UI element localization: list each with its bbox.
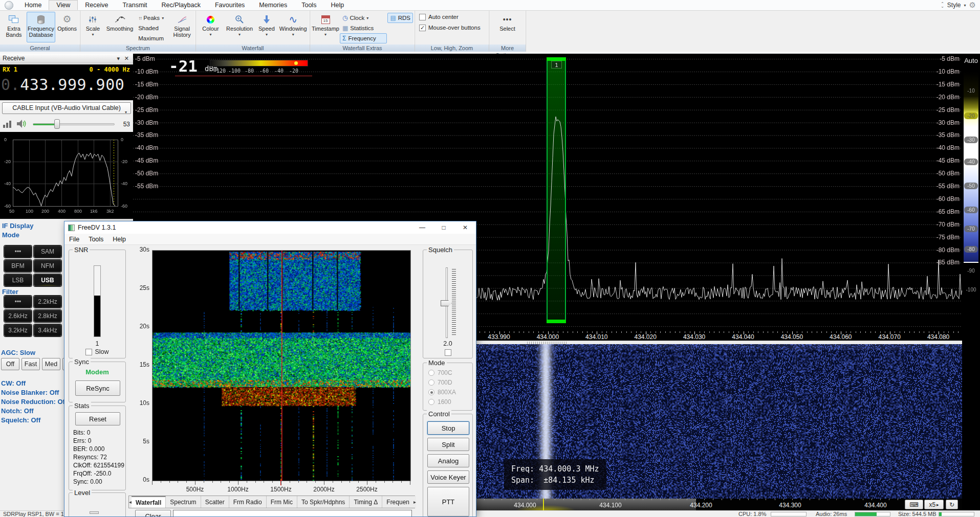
gauge-auto-label[interactable]: Auto <box>962 57 980 64</box>
text-output-field[interactable] <box>173 510 412 517</box>
ribbon-tab-transmit[interactable]: Transmit <box>115 0 154 10</box>
freedv-window[interactable]: FreeDV 1.3.1 — □ ✕ File Tools Help SNR 1… <box>64 221 476 517</box>
collapse-ribbon-icon[interactable]: ⌃⌄ <box>941 3 944 8</box>
close-icon[interactable]: ✕ <box>124 54 129 63</box>
filter-button-2-6[interactable]: 2.6kHz <box>4 310 32 322</box>
ribbon-tab-home[interactable]: Home <box>17 0 49 10</box>
noise-reduction-status-label[interactable]: Noise Reduction: Off <box>1 398 67 406</box>
squelch-slider-handle[interactable] <box>441 300 452 306</box>
style-menu[interactable]: Style <box>947 2 961 9</box>
clock-button[interactable]: ◷Clock▾ <box>340 13 387 23</box>
tab-frm-radio[interactable]: Frm Radio <box>229 496 267 508</box>
speaker-icon[interactable] <box>16 119 29 129</box>
tab-scatter[interactable]: Scatter <box>201 496 229 508</box>
ribbon-tab-help[interactable]: Help <box>323 0 351 10</box>
ribbon-tab-memories[interactable]: Memories <box>252 0 294 10</box>
frequency-display[interactable]: RX 1 0 - 4000 Hz 0.433.999.900 <box>0 64 133 100</box>
mode-button-more[interactable]: ••• <box>4 245 32 258</box>
signal-history-button[interactable]: Signal History <box>170 12 194 42</box>
stop-button[interactable]: Stop <box>427 421 469 435</box>
filter-button-more[interactable]: ••• <box>4 296 32 308</box>
ribbon-tab-view[interactable]: View <box>49 0 78 10</box>
zoom-step-button[interactable]: x5▸ <box>924 500 944 509</box>
ribbon-tab-tools[interactable]: Tools <box>294 0 323 10</box>
freedv-waterfall-canvas[interactable] <box>152 250 411 481</box>
tab-timing[interactable]: Timing Δ <box>350 496 382 508</box>
tab-frm-mic[interactable]: Frm Mic <box>267 496 297 508</box>
recenter-button[interactable]: ↻ <box>946 500 958 509</box>
level-slider-handle[interactable] <box>90 511 99 514</box>
statistics-button[interactable]: ▦Statistics <box>340 23 387 33</box>
radio-700d[interactable]: 700D <box>428 379 452 386</box>
tab-waterfall[interactable]: Waterfall <box>132 496 166 508</box>
audio-device-select[interactable]: CABLE Input (VB-Audio Virtual Cable) ▾ <box>2 102 131 114</box>
signal-level-gauge[interactable]: Auto -10-20-30-40-50-60-70-80-90-100 <box>962 54 980 510</box>
ribbon-tab-favourites[interactable]: Favourites <box>208 0 252 10</box>
auto-center-checkbox[interactable]: Auto center <box>419 12 459 22</box>
gauge-gradient-strip[interactable] <box>964 72 978 262</box>
timestamp-button[interactable]: 15 Timestamp ▾ <box>312 12 339 42</box>
gear-icon[interactable]: ⚙ <box>969 1 976 10</box>
mode-button-sam[interactable]: SAM <box>34 245 61 258</box>
minimize-button[interactable]: — <box>411 221 433 234</box>
cw-status-label[interactable]: CW: Off <box>1 379 26 387</box>
reset-button[interactable]: Reset <box>75 412 120 425</box>
radio-800xa[interactable]: 800XA <box>428 389 456 396</box>
windowing-button[interactable]: ∿ Windowing ▾ <box>278 12 308 42</box>
mode-button-bfm[interactable]: BFM <box>4 260 32 272</box>
analog-button[interactable]: Analog <box>427 454 469 467</box>
keyboard-entry-button[interactable]: ⌨ <box>905 500 923 509</box>
smoothing-button[interactable]: Smoothing <box>104 12 135 42</box>
agc-button-med[interactable]: Med <box>42 358 60 370</box>
chevron-down-icon[interactable]: ▾ <box>117 54 120 63</box>
split-button[interactable]: Split <box>427 438 469 451</box>
freedv-titlebar[interactable]: FreeDV 1.3.1 — □ ✕ <box>64 221 476 234</box>
agc-button-off[interactable]: Off <box>1 358 19 370</box>
tab-spectrum[interactable]: Spectrum <box>166 496 201 508</box>
close-button[interactable]: ✕ <box>454 221 476 234</box>
frequency-database-button[interactable]: Frequency Database <box>27 12 55 42</box>
resync-button[interactable]: ReSync <box>75 380 120 396</box>
filter-button-3-4[interactable]: 3.4kHz <box>34 324 61 336</box>
menu-help[interactable]: Help <box>108 236 130 243</box>
noise-blanker-status-label[interactable]: Noise Blanker: Off <box>1 389 59 396</box>
radio-700c[interactable]: 700C <box>428 369 452 376</box>
ptt-button[interactable]: PTT <box>427 487 469 516</box>
rds-button[interactable]: ▤RDS <box>387 13 413 23</box>
frequency-button[interactable]: ΣFrequency <box>340 33 387 43</box>
options-button[interactable]: ⚙ Options <box>56 12 78 42</box>
app-menu-button[interactable] <box>0 0 17 10</box>
mode-button-nfm[interactable]: NFM <box>34 260 61 272</box>
radio-1600[interactable]: 1600 <box>428 398 451 406</box>
filter-button-2-2[interactable]: 2.2kHz <box>34 296 61 308</box>
mode-button-usb[interactable]: USB <box>34 274 61 286</box>
speed-button[interactable]: Speed ▾ <box>255 12 277 42</box>
receive-panel-header[interactable]: Receive ▾ ✕ <box>0 54 133 63</box>
menu-tools[interactable]: Tools <box>84 236 108 243</box>
mouse-over-buttons-checkbox[interactable]: ✓Mouse-over buttons <box>419 23 481 33</box>
scale-button[interactable]: Scale ▾ <box>82 12 104 42</box>
select-button[interactable]: ••• Select <box>493 12 522 42</box>
extra-bands-button[interactable]: Extra Bands <box>2 12 26 42</box>
ribbon-tab-receive[interactable]: Receive <box>78 0 115 10</box>
filter-button-3-2[interactable]: 3.2kHz <box>4 324 32 336</box>
filter-button-2-8[interactable]: 2.8kHz <box>34 310 61 322</box>
shaded-button[interactable]: Shaded <box>136 23 169 33</box>
ribbon-tab-rec-playback[interactable]: Rec/Playback <box>155 0 208 10</box>
volume-slider-handle[interactable] <box>54 119 60 129</box>
squelch-enable-checkbox[interactable] <box>423 349 472 356</box>
maximize-button[interactable]: □ <box>433 221 454 234</box>
clear-button[interactable]: Clear <box>135 510 171 517</box>
voice-keyer-button[interactable]: Voice Keyer <box>427 470 469 484</box>
menu-file[interactable]: File <box>64 236 84 243</box>
tab-to-spkr[interactable]: To Spkr/Hdphns <box>297 496 350 508</box>
mode-button-lsb[interactable]: LSB <box>4 274 32 286</box>
agc-button-fast[interactable]: Fast <box>21 358 40 370</box>
squelch-status-label[interactable]: Squelch: Off <box>1 416 40 424</box>
resolution-button[interactable]: Resolution ▾ <box>224 12 255 42</box>
tab-frequency[interactable]: Frequen <box>382 496 413 508</box>
snr-slow-checkbox[interactable]: Slow <box>69 348 125 355</box>
maximum-button[interactable]: Maximum <box>136 33 169 43</box>
tab-scroll-right-icon[interactable]: ▸ <box>413 496 416 508</box>
notch-status-label[interactable]: Notch: Off <box>1 407 34 415</box>
